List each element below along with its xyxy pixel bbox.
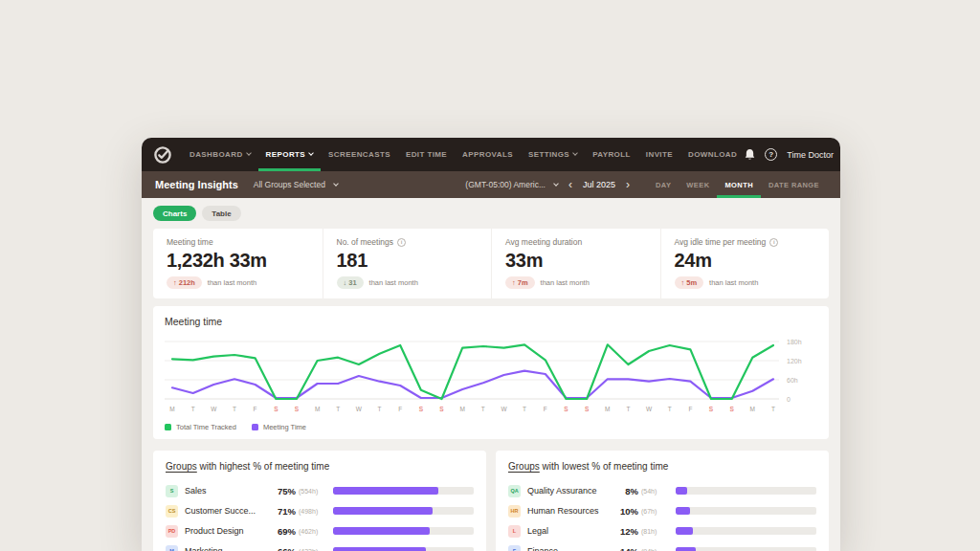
x-axis-label: T [378, 406, 382, 412]
nav-item-download[interactable]: DOWNLOAD [680, 138, 745, 171]
chevron-down-icon [246, 150, 252, 156]
nav-item-approvals[interactable]: APPROVALS [455, 138, 521, 171]
group-bar-track [676, 527, 816, 535]
x-axis-label: W [646, 406, 653, 412]
x-axis-label: T [626, 406, 630, 412]
x-axis-label: T [336, 406, 340, 412]
x-axis-label: T [668, 406, 672, 412]
nav-item-edit-time[interactable]: EDIT TIME [398, 138, 455, 171]
group-bar-fill [676, 547, 696, 551]
stat-label-row: No. of meetingsi [337, 237, 479, 247]
group-name: Marketing [185, 546, 271, 551]
group-name: Product Design [185, 526, 271, 536]
arrow-down-icon: ↓ [344, 278, 347, 287]
groups-highest-card: Groups with highest % of meeting time SS… [153, 451, 486, 551]
nav-item-label: DOWNLOAD [688, 150, 737, 159]
group-percent: 12% [613, 526, 638, 537]
stat-delta-row: ↑5mthan last month [675, 276, 816, 289]
timedoctor-logo-icon[interactable] [153, 145, 172, 165]
nav-item-reports[interactable]: REPORTS [258, 138, 321, 171]
notifications-bell-icon[interactable] [745, 148, 755, 161]
chevron-down-icon [333, 181, 339, 187]
legend-item-total-time-tracked: Total Time Tracked [165, 423, 236, 431]
group-name: Human Resources [527, 506, 613, 516]
nav-item-label: INVITE [646, 150, 673, 159]
arrow-up-icon: ↑ [173, 278, 177, 287]
group-bar-track [676, 547, 816, 551]
x-axis-label: W [356, 406, 363, 412]
chart-legend: Total Time TrackedMeeting Time [165, 423, 817, 431]
x-axis-label: S [730, 406, 735, 412]
group-bar-fill [333, 507, 433, 515]
timezone-selector-label: (GMT-05:00) Americ... [465, 180, 546, 189]
prev-month-button[interactable]: ‹ [567, 179, 574, 190]
group-percent: 66% [271, 546, 296, 551]
x-axis-label: F [544, 406, 547, 412]
range-tab-date-range[interactable]: DATE RANGE [761, 171, 827, 198]
stat-label: Meeting time [167, 237, 213, 247]
group-row-finance: FFinance14%(94h) [508, 544, 816, 551]
group-percent: 69% [271, 526, 296, 537]
info-icon[interactable]: i [397, 238, 406, 247]
group-percent: 75% [271, 486, 296, 496]
range-tab-week[interactable]: WEEK [679, 171, 717, 198]
nav-item-dashboard[interactable]: DASHBOARD [182, 138, 258, 171]
group-row-legal: LLegal12%(81h) [508, 524, 816, 538]
brand-name: Time Doctor [787, 150, 834, 160]
period-label: Jul 2025 [583, 180, 615, 189]
info-icon[interactable]: i [769, 238, 778, 247]
group-cards-row: Groups with highest % of meeting time SS… [153, 451, 829, 551]
tab-table[interactable]: Table [202, 206, 240, 221]
stat-delta-value: 7m [518, 278, 528, 287]
groups-selector[interactable]: All Groups Selected [254, 180, 338, 189]
stat-delta-row: ↑7mthan last month [505, 276, 647, 289]
chevron-down-icon [553, 181, 559, 187]
groups-lowest-title: Groups with lowest % of meeting time [508, 461, 816, 472]
groups-highest-title-rest: with highest % of meeting time [197, 461, 329, 472]
x-axis-label: S [564, 406, 568, 412]
stat-delta-suffix: than last month [208, 278, 256, 287]
group-bar-fill [676, 527, 693, 535]
x-axis-label: S [274, 406, 278, 412]
nav-item-invite[interactable]: INVITE [638, 138, 680, 171]
y-axis-tick: 0 [787, 396, 791, 403]
stat-value: 33m [505, 250, 647, 272]
help-icon[interactable]: ? [765, 148, 777, 161]
group-row-product-design: PDProduct Design69%(462h) [166, 524, 474, 538]
stat-avg-idle-time-per-meeting: Avg idle time per meetingi24m↑5mthan las… [660, 229, 830, 298]
x-axis-label: M [750, 406, 755, 412]
y-axis-tick: 60h [787, 377, 798, 384]
stats-row: Meeting time1,232h 33m↑212hthan last mon… [153, 229, 829, 298]
nav-item-payroll[interactable]: PAYROLL [585, 138, 638, 171]
series-meeting-time [172, 371, 773, 398]
stat-avg-meeting-duration: Avg meeting duration33m↑7mthan last mont… [491, 229, 660, 298]
groups-selector-label: All Groups Selected [254, 180, 325, 189]
group-avatar: M [166, 545, 178, 551]
group-name: Quality Assurance [527, 486, 613, 496]
next-month-button[interactable]: › [624, 179, 632, 190]
group-avatar: PD [166, 525, 178, 538]
group-avatar: L [508, 525, 521, 538]
x-axis-label: F [398, 406, 402, 412]
group-row-quality-assurance: QAQuality Assurance8%(54h) [508, 484, 816, 497]
nav-item-screencasts[interactable]: SCREENCASTS [321, 138, 398, 171]
groups-tooltip-term: Groups [508, 461, 540, 472]
stat-delta-badge: ↑212h [167, 276, 202, 289]
x-axis-label: F [688, 406, 692, 412]
stat-value: 181 [337, 250, 479, 272]
report-subheader: Meeting Insights All Groups Selected (GM… [142, 171, 840, 198]
group-avatar: F [508, 545, 521, 551]
tab-charts[interactable]: Charts [153, 206, 196, 221]
x-axis-label: T [233, 406, 236, 412]
group-hours: (498h) [299, 508, 333, 515]
timezone-selector[interactable]: (GMT-05:00) Americ... [465, 180, 558, 189]
stat-delta-value: 31 [348, 278, 356, 287]
range-tab-month[interactable]: MONTH [717, 171, 761, 198]
x-axis-label: T [191, 406, 195, 412]
nav-item-settings[interactable]: SETTINGS [521, 138, 585, 171]
group-hours: (81h) [641, 528, 676, 535]
stat-delta-badge: ↑5m [675, 276, 704, 289]
x-axis-label: M [169, 406, 174, 412]
range-tab-day[interactable]: DAY [648, 171, 679, 198]
group-bar-track [333, 507, 474, 515]
